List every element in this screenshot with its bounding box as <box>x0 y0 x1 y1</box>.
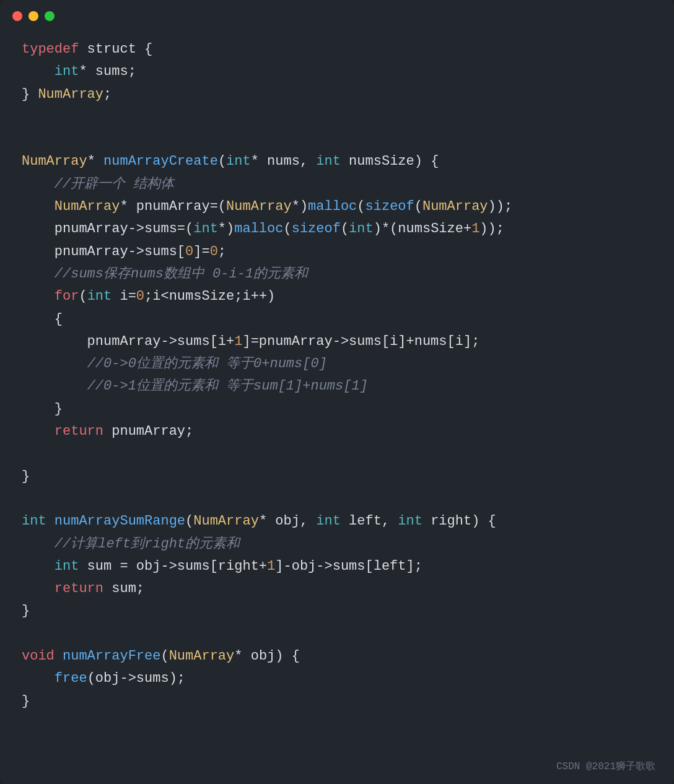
minimize-button[interactable] <box>28 11 38 21</box>
close-button[interactable] <box>12 11 22 21</box>
watermark: CSDN @2021狮子歌歌 <box>556 760 655 773</box>
maximize-button[interactable] <box>45 11 55 21</box>
code-line-19 <box>22 443 652 465</box>
code-line-21 <box>22 488 652 510</box>
code-line-13: { <box>22 308 652 331</box>
code-line-17: } <box>22 398 652 420</box>
code-line-14: pnumArray->sums[i+1]=pnumArray->sums[i]+… <box>22 331 652 353</box>
code-line-2: int* sums; <box>22 61 652 83</box>
code-line-27 <box>22 623 652 645</box>
code-line-30: } <box>22 690 652 713</box>
code-line-23: //计算left到right的元素和 <box>22 533 652 555</box>
code-line-10: pnumArray->sums[0]=0; <box>22 241 652 263</box>
code-area: typedef struct { int* sums; } NumArray; … <box>0 32 674 725</box>
code-line-6: NumArray* numArrayCreate(int* nums, int … <box>22 150 652 173</box>
code-line-22: int numArraySumRange(NumArray* obj, int … <box>22 510 652 533</box>
window: typedef struct { int* sums; } NumArray; … <box>0 0 674 784</box>
code-line-15: //0->0位置的元素和 等于0+nums[0] <box>22 353 652 375</box>
code-line-7: //开辟一个 结构体 <box>22 173 652 196</box>
code-line-29: free(obj->sums); <box>22 668 652 690</box>
code-line-5 <box>22 128 652 150</box>
code-line-24: int sum = obj->sums[right+1]-obj->sums[l… <box>22 555 652 578</box>
code-line-26: } <box>22 600 652 622</box>
code-line-8: NumArray* pnumArray=(NumArray*)malloc(si… <box>22 196 652 218</box>
code-line-4 <box>22 106 652 128</box>
code-line-12: for(int i=0;i<numsSize;i++) <box>22 285 652 308</box>
code-line-18: return pnumArray; <box>22 420 652 443</box>
code-line-11: //sums保存nums数组中 0-i-1的元素和 <box>22 263 652 285</box>
code-line-25: return sum; <box>22 578 652 600</box>
code-line-9: pnumArray->sums=(int*)malloc(sizeof(int)… <box>22 218 652 240</box>
code-line-16: //0->1位置的元素和 等于sum[1]+nums[1] <box>22 375 652 398</box>
code-line-20: } <box>22 466 652 488</box>
code-line-28: void numArrayFree(NumArray* obj) { <box>22 645 652 668</box>
code-line-1: typedef struct { <box>22 38 652 61</box>
titlebar <box>0 0 674 32</box>
code-line-3: } NumArray; <box>22 84 652 106</box>
